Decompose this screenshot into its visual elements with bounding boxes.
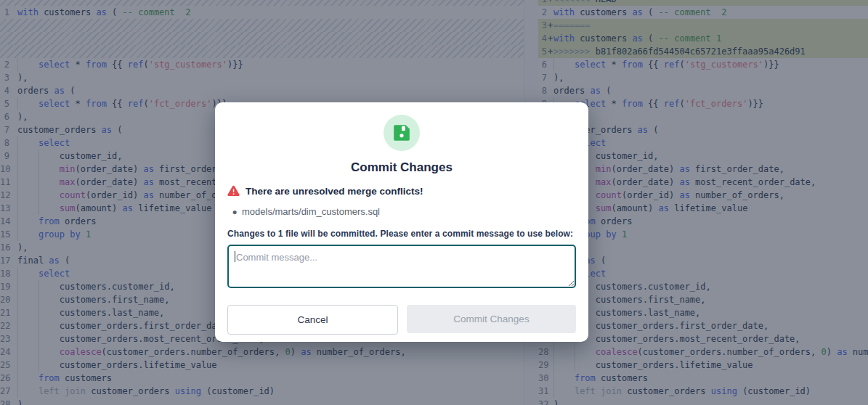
cancel-button[interactable]: Cancel <box>227 305 398 335</box>
save-floppy-icon <box>392 123 411 142</box>
warning-text: There are unresolved merge conflicts! <box>246 186 423 197</box>
bullet-icon: ● <box>227 207 242 217</box>
commit-instruction: Changes to 1 file will be committed. Ple… <box>227 229 576 239</box>
conflicted-file-item: ● models/marts/dim_customers.sql <box>227 206 576 217</box>
merge-conflict-warning: There are unresolved merge conflicts! <box>227 185 576 197</box>
commit-message-input[interactable] <box>227 245 576 288</box>
commit-changes-button[interactable]: Commit Changes <box>407 305 576 333</box>
modal-title: Commit Changes <box>227 160 576 175</box>
warning-triangle-icon <box>227 185 240 197</box>
conflicted-file-path: models/marts/dim_customers.sql <box>242 206 380 217</box>
text-caret <box>235 251 235 262</box>
commit-changes-modal: Commit Changes There are unresolved merg… <box>215 102 588 342</box>
save-icon-circle <box>384 115 420 151</box>
